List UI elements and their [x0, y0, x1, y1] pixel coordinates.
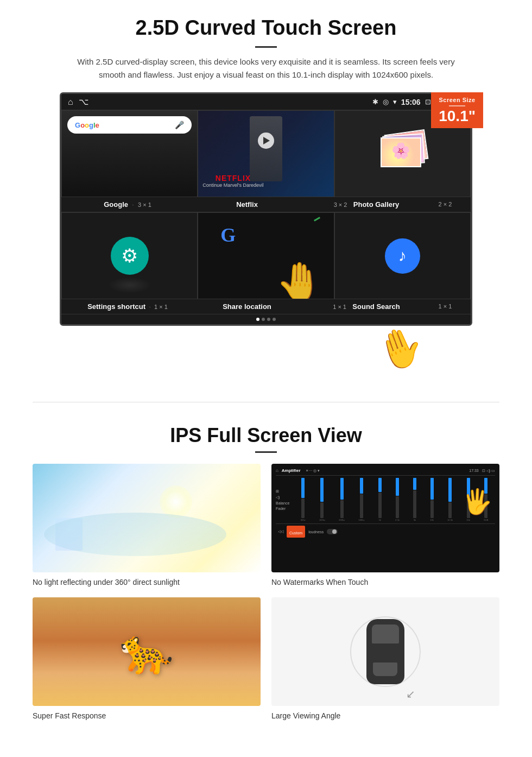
car-rear-window: [373, 663, 397, 676]
amp-custom-label: Custom: [289, 531, 302, 535]
music-note-icon: ♪: [398, 247, 407, 265]
sound-size-label: 1 × 1: [426, 302, 464, 311]
amp-label-4: 500hz: [359, 519, 365, 521]
hand-area: 🤚: [54, 326, 478, 369]
amp-bar-9: 12.5k: [447, 478, 453, 521]
app-label-row2: Settings shortcut · 1 × 1 Share location…: [61, 299, 471, 314]
amp-bars-container: 60hz 100hz 200hz: [294, 478, 495, 521]
settings-app-size: 1 × 1: [154, 304, 168, 310]
settings-icon-bg: ⚙: [111, 237, 149, 275]
amp-fill-6: [396, 478, 399, 496]
cheetah-caption: Super Fast Response: [33, 711, 261, 720]
usb-icon: ⌥: [79, 97, 88, 107]
photo-app-size: 2 × 2: [439, 201, 452, 207]
photo-gallery-name: Photo Gallery: [353, 200, 400, 209]
google-label: Google · 3 × 1: [68, 200, 187, 209]
share-app-name: Share location: [223, 302, 271, 311]
section1-title: 2.5D Curved Touch Screen: [33, 16, 499, 40]
cheetah-emoji: 🐆: [119, 626, 174, 677]
music-icon-bg: ♪: [385, 238, 420, 274]
screen-size-badge: Screen Size 10.1": [431, 92, 483, 128]
amp-side-controls: ⊞ ◁) Balance Fader: [276, 489, 289, 510]
amp-track-9: [448, 502, 452, 518]
amp-label-1: 60hz: [301, 519, 306, 521]
app-label-row1: Google · 3 × 1 Netflix 3 × 2 Photo Galle…: [61, 197, 471, 212]
google-search-bar[interactable]: Google 🎤: [67, 116, 192, 134]
amp-label-5: 1k: [379, 519, 381, 521]
section1-divider: [255, 46, 277, 48]
amp-back-icon: ◁◁: [278, 529, 283, 534]
cheetah-card: 🐆 Super Fast Response: [33, 597, 261, 720]
netflix-label-row: Netflix: [187, 200, 307, 209]
amp-bar-5: 1k: [378, 478, 382, 521]
badge-size: 10.1": [439, 109, 476, 124]
wifi-icon: ▾: [393, 98, 397, 106]
amp-fill-2: [320, 478, 324, 502]
settings-app-cell[interactable]: ⚙: [61, 212, 198, 299]
amp-time-text: 17:33: [469, 469, 479, 472]
sunlight-image: [33, 464, 261, 572]
amp-bar-3: 200hz: [339, 478, 345, 521]
google-app-cell[interactable]: Google 🎤: [61, 110, 198, 197]
amp-footer: ◁◁ Custom loudness: [276, 523, 495, 539]
amp-track-3: [340, 500, 344, 518]
amp-track-5: [378, 493, 382, 518]
amp-label-8: 10k: [430, 519, 433, 521]
sunlight-card: No light reflecting under 360° direct su…: [33, 464, 261, 586]
amp-bar-8: 10k: [430, 478, 433, 521]
amp-fill-1: [301, 478, 305, 498]
amp-custom-button[interactable]: Custom: [287, 526, 305, 538]
amp-track-4: [360, 494, 363, 518]
share-label: Share location: [187, 302, 307, 311]
home-icon: ⌂: [68, 97, 73, 107]
amp-status: ⊡ ◁) ▭: [482, 469, 495, 473]
car-caption: Large Viewing Angle: [271, 711, 499, 720]
amp-toggle-knob: [332, 529, 337, 534]
netflix-subtitle: Continue Marvel's Daredevil: [202, 182, 263, 188]
amp-filter-icon: ⊞: [276, 489, 289, 494]
sound-app-size: 1 × 1: [439, 303, 452, 310]
section-divider: [33, 402, 499, 402]
amp-fill-9: [448, 478, 452, 502]
netflix-play-button[interactable]: [258, 133, 274, 149]
amp-label-6: 2.5k: [395, 519, 400, 521]
share-size-label: 1 × 1 Sound Search: [307, 302, 426, 311]
amp-bar-4: 500hz: [359, 478, 365, 521]
amp-fill-7: [413, 478, 416, 490]
feature-grid: No light reflecting under 360° direct su…: [33, 464, 499, 720]
amp-controls: ⊞ ◁) Balance Fader 60hz: [276, 478, 495, 523]
amplifier-caption: No Watermarks When Touch: [271, 578, 499, 586]
amp-loudness-toggle[interactable]: [327, 529, 338, 534]
amp-label-11: SUB: [484, 519, 488, 521]
google-maps-g-icon: G: [214, 224, 242, 251]
amp-fill-3: [340, 478, 344, 500]
google-mic-icon[interactable]: 🎤: [175, 121, 184, 129]
amp-hand-icon: 🖐: [462, 487, 492, 516]
netflix-app-cell[interactable]: NETFLIX Continue Marvel's Daredevil: [198, 110, 334, 197]
amp-fill-5: [378, 478, 382, 492]
amp-track-8: [430, 500, 434, 518]
share-location-cell[interactable]: G 🤚: [198, 212, 334, 299]
amp-track-2: [320, 502, 324, 518]
location-icon: ◎: [383, 98, 389, 106]
hand-touch-graphic: 🤚: [370, 319, 430, 377]
device-screen: ⌂ ⌥ ✱ ◎ ▾ 15:06 ⊡ ◁) ⊠ ▭: [60, 92, 472, 326]
app-grid-row2: ⚙ G 🤚 ♪: [61, 212, 471, 299]
amp-bar-1: 60hz: [301, 478, 306, 521]
amp-bar-2: 100hz: [319, 478, 325, 521]
status-time: 15:06: [401, 98, 421, 106]
bluetooth-icon: ✱: [372, 98, 378, 106]
netflix-figure: [250, 116, 282, 181]
sound-search-cell[interactable]: ♪: [334, 212, 471, 299]
amp-fill-4: [360, 478, 363, 494]
amp-volume-icon: ◁): [276, 495, 289, 500]
amp-icons: ≡ ··· ◎ ▾: [306, 469, 320, 473]
car-top-view: ↙: [366, 619, 404, 684]
sound-app-name: Sound Search: [352, 302, 400, 311]
amp-fill-8: [430, 478, 434, 500]
badge-label: Screen Size: [439, 97, 476, 103]
car-body: [366, 619, 404, 684]
section-ips: IPS Full Screen View No light reflecting…: [0, 419, 532, 736]
hand-pointing-graphic: 🤚: [276, 260, 323, 299]
amp-track-7: [413, 490, 416, 518]
